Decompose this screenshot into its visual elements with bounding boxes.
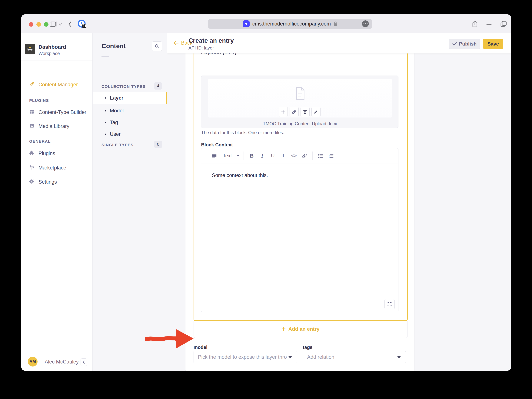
collection-types-count: 4 <box>154 82 162 90</box>
editor-content[interactable]: Some context about this. <box>212 172 268 178</box>
file-actions <box>279 107 321 117</box>
gear-icon <box>29 179 34 184</box>
numbered-list-button[interactable]: 123 <box>326 152 336 160</box>
delete-file-button[interactable] <box>301 107 310 117</box>
share-icon[interactable] <box>472 20 478 28</box>
panel-title: Content <box>101 42 126 50</box>
arrow-left-icon <box>173 41 179 46</box>
pen-icon <box>29 82 34 87</box>
sidebar-item-plugins[interactable]: Plugins <box>21 150 93 158</box>
bullet-icon <box>105 122 106 123</box>
rich-text-editor: Text B I U T <> <box>201 148 399 312</box>
sidebar-section-plugins: PLUGINS <box>29 98 49 103</box>
svg-text:2: 2 <box>329 155 329 157</box>
tab-overview-icon[interactable] <box>500 21 507 27</box>
address-bar[interactable]: cms.themodernofficecompany.com <box>208 19 372 29</box>
pencil-icon <box>314 110 318 114</box>
italic-button[interactable]: I <box>257 152 267 160</box>
publish-button[interactable]: Publish <box>449 39 480 49</box>
tags-placeholder: Add relation <box>307 354 334 360</box>
file-name: TMOC Training Content Upload.docx <box>201 121 399 126</box>
edit-file-button[interactable] <box>311 107 321 117</box>
browser-back-icon[interactable] <box>68 21 72 28</box>
browser-toolbar: cms.themodernofficecompany.com <box>21 14 511 33</box>
sidebar-item-content-type-builder[interactable]: Content-Type Builder <box>21 109 93 117</box>
field-hint: The data for this block. One or more fil… <box>201 130 284 135</box>
file-field: TMOC Training Content Upload.docx <box>201 76 399 128</box>
single-types-header: SINGLE TYPES <box>101 143 133 147</box>
puzzle-icon <box>29 150 34 156</box>
copy-link-button[interactable] <box>290 107 299 117</box>
collection-type-user[interactable]: User <box>93 129 167 140</box>
bullet-icon <box>105 97 106 99</box>
traffic-close-button[interactable] <box>29 22 33 27</box>
password-manager-icon[interactable] <box>77 19 87 29</box>
sidebar-collapse-button[interactable] <box>81 358 87 366</box>
strikethrough-button[interactable]: T <box>278 152 289 160</box>
text-style-caret-icon[interactable] <box>235 152 241 160</box>
toolbar-chevron-down-icon[interactable] <box>58 23 62 26</box>
toolbar-separator <box>312 151 313 160</box>
editor-toolbar: Text B I U T <> <box>201 148 398 164</box>
app-sidebar: Dashboard Workplace Content Manager PLUG… <box>21 33 93 371</box>
check-icon <box>452 42 457 46</box>
sidebar-item-content-manager[interactable]: Content Manager <box>21 82 93 89</box>
collection-type-layer[interactable]: Layer <box>93 92 167 104</box>
image-icon <box>29 123 34 128</box>
insert-link-button[interactable] <box>299 152 310 160</box>
collection-type-model[interactable]: Model <box>93 105 167 116</box>
traffic-minimize-button[interactable] <box>36 22 41 27</box>
tags-select[interactable]: Add relation <box>303 351 406 363</box>
sidebar-item-marketplace[interactable]: Marketplace <box>21 165 93 172</box>
paragraph-icon[interactable] <box>209 152 219 160</box>
expand-editor-button[interactable] <box>385 299 395 309</box>
traffic-zoom-button[interactable] <box>44 22 49 27</box>
trash-icon <box>303 110 307 114</box>
entry-header: Back Create an entry API ID: layer Publi… <box>167 33 511 53</box>
add-entry-button[interactable]: + Add an entry <box>194 321 408 338</box>
add-file-button[interactable] <box>279 107 288 117</box>
cart-icon <box>29 165 34 170</box>
search-button[interactable] <box>152 41 162 51</box>
save-button[interactable]: Save <box>483 39 503 49</box>
api-id-subtitle: API ID: layer <box>189 45 214 51</box>
document-icon <box>295 87 305 100</box>
model-select[interactable]: Pick the model to expose this layer thro… <box>194 351 297 363</box>
new-tab-icon[interactable] <box>486 21 492 27</box>
sidebar-item-settings[interactable]: Settings <box>21 179 93 186</box>
annotation-arrow-icon <box>145 327 196 351</box>
content-panel: Content COLLECTION TYPES 4 Layer Model T… <box>93 33 167 371</box>
entry-form: Payload (1 / 1) <box>167 33 511 371</box>
workspace-logo[interactable] <box>25 44 35 54</box>
lock-icon <box>334 21 337 26</box>
plus-icon: + <box>282 326 286 332</box>
workspace-title: Dashboard <box>38 44 66 50</box>
search-icon <box>154 44 159 49</box>
link-icon <box>302 153 307 158</box>
bold-button[interactable]: B <box>246 152 257 160</box>
code-button[interactable]: <> <box>289 152 299 160</box>
site-favicon <box>243 20 250 27</box>
svg-text:3: 3 <box>329 157 329 158</box>
sidebar-toggle-icon[interactable] <box>50 21 56 27</box>
fullscreen-icon <box>387 302 392 307</box>
svg-text:1: 1 <box>329 154 329 155</box>
collection-type-tag[interactable]: Tag <box>93 117 167 128</box>
main-area: Payload (1 / 1) <box>167 33 511 371</box>
bullet-icon <box>105 134 106 135</box>
plus-icon <box>281 110 285 114</box>
user-name: Alec McCauley <box>45 359 79 365</box>
chevron-down-icon <box>288 356 292 358</box>
underline-button[interactable]: U <box>267 152 278 160</box>
text-style-select[interactable]: Text <box>219 152 235 160</box>
page-settings-icon[interactable] <box>362 20 369 27</box>
avatar[interactable]: AM <box>28 357 38 366</box>
link-icon <box>292 110 296 114</box>
browser-window: cms.themodernofficecompany.com Dashboard… <box>21 14 511 371</box>
panel-divider <box>101 56 109 57</box>
sidebar-section-general: GENERAL <box>29 139 51 144</box>
collection-types-header: COLLECTION TYPES <box>101 84 146 89</box>
sidebar-item-media-library[interactable]: Media Library <box>21 123 93 131</box>
single-types-count: 0 <box>154 141 162 148</box>
bullet-list-button[interactable] <box>315 152 326 160</box>
